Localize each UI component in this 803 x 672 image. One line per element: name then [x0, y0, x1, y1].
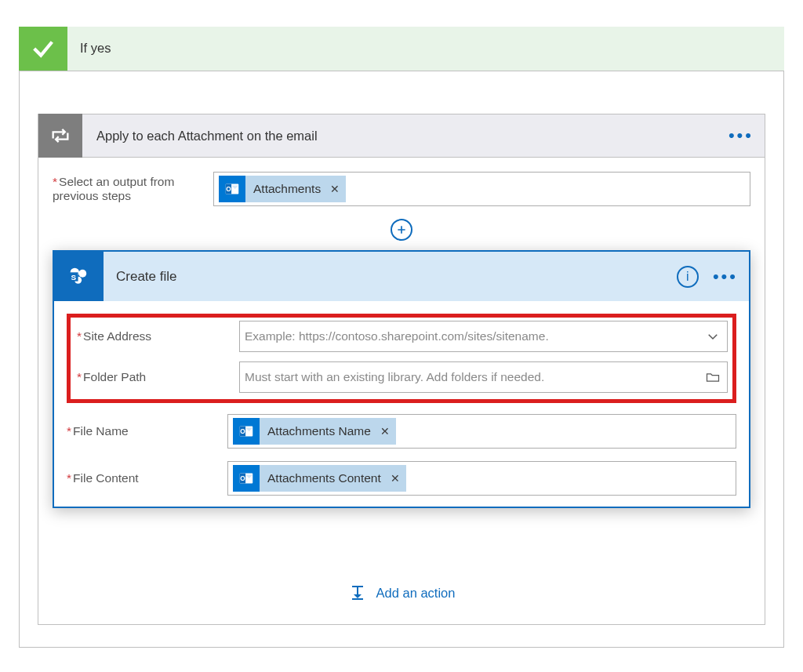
- site-address-input[interactable]: [245, 329, 702, 343]
- file-content-label: *File Content: [67, 471, 227, 485]
- file-content-field[interactable]: O Attachments Content ✕: [227, 461, 736, 496]
- site-address-row: *Site Address: [71, 321, 732, 352]
- site-address-field[interactable]: [239, 321, 728, 352]
- apply-to-each-content: *Select an output from previous steps O …: [38, 158, 765, 625]
- folder-icon[interactable]: [702, 369, 724, 385]
- add-action-icon: [348, 583, 367, 602]
- outlook-icon: O: [233, 418, 260, 445]
- chip-label: Attachments Content: [260, 471, 389, 485]
- chip-remove-button[interactable]: ✕: [389, 472, 406, 485]
- insert-step-button[interactable]: [391, 219, 412, 241]
- file-content-row: *File Content O Attachments Content ✕: [67, 461, 736, 496]
- folder-path-input[interactable]: [245, 370, 702, 384]
- if-yes-body: Apply to each Attachment on the email ••…: [19, 71, 784, 648]
- loop-icon: [38, 114, 82, 158]
- svg-text:O: O: [240, 475, 245, 482]
- filecontent-chip[interactable]: O Attachments Content ✕: [233, 465, 406, 492]
- site-address-label: *Site Address: [71, 329, 239, 343]
- highlighted-fields-group: *Site Address *Folder Path: [67, 314, 736, 403]
- if-yes-header[interactable]: If yes: [19, 27, 784, 71]
- apply-to-each-block: Apply to each Attachment on the email ••…: [38, 114, 765, 625]
- select-output-row: *Select an output from previous steps O …: [53, 172, 750, 206]
- chip-label: Attachments: [245, 182, 329, 196]
- chip-label: Attachments Name: [260, 424, 379, 438]
- outlook-icon: O: [219, 176, 245, 202]
- create-file-content: *Site Address *Folder Path: [54, 301, 749, 507]
- if-yes-title: If yes: [67, 27, 784, 71]
- select-output-field[interactable]: O Attachments ✕: [213, 172, 750, 206]
- add-an-action-button[interactable]: Add an action: [53, 583, 750, 602]
- svg-text:O: O: [226, 186, 231, 193]
- folder-path-label: *Folder Path: [71, 370, 239, 384]
- folder-path-row: *Folder Path: [71, 361, 732, 393]
- attachments-chip[interactable]: O Attachments ✕: [219, 176, 346, 202]
- create-file-more-menu[interactable]: •••: [702, 268, 749, 285]
- svg-point-4: [78, 269, 86, 277]
- chip-remove-button[interactable]: ✕: [379, 425, 396, 438]
- outlook-icon: O: [233, 465, 260, 492]
- folder-path-field[interactable]: [239, 361, 728, 393]
- select-output-label: *Select an output from previous steps: [53, 175, 213, 203]
- apply-to-each-title: Apply to each Attachment on the email: [82, 129, 718, 143]
- svg-text:O: O: [240, 428, 245, 435]
- sharepoint-icon: S: [54, 252, 104, 301]
- chip-remove-button[interactable]: ✕: [329, 183, 346, 195]
- filename-chip[interactable]: O Attachments Name ✕: [233, 418, 396, 445]
- more-menu-button[interactable]: •••: [718, 127, 765, 144]
- file-name-row: *File Name O Attachments Name ✕: [67, 414, 736, 449]
- create-file-block: S Create file i ••• *Site Address: [53, 250, 750, 508]
- file-name-field[interactable]: O Attachments Name ✕: [227, 414, 736, 449]
- check-icon: [19, 27, 67, 71]
- svg-text:S: S: [71, 272, 76, 281]
- add-action-label: Add an action: [376, 586, 456, 601]
- apply-to-each-header[interactable]: Apply to each Attachment on the email ••…: [38, 114, 765, 158]
- file-name-label: *File Name: [67, 424, 227, 438]
- create-file-title: Create file: [104, 269, 677, 285]
- create-file-header[interactable]: S Create file i •••: [54, 252, 749, 301]
- info-button[interactable]: i: [677, 266, 699, 288]
- chevron-down-icon[interactable]: [702, 329, 724, 343]
